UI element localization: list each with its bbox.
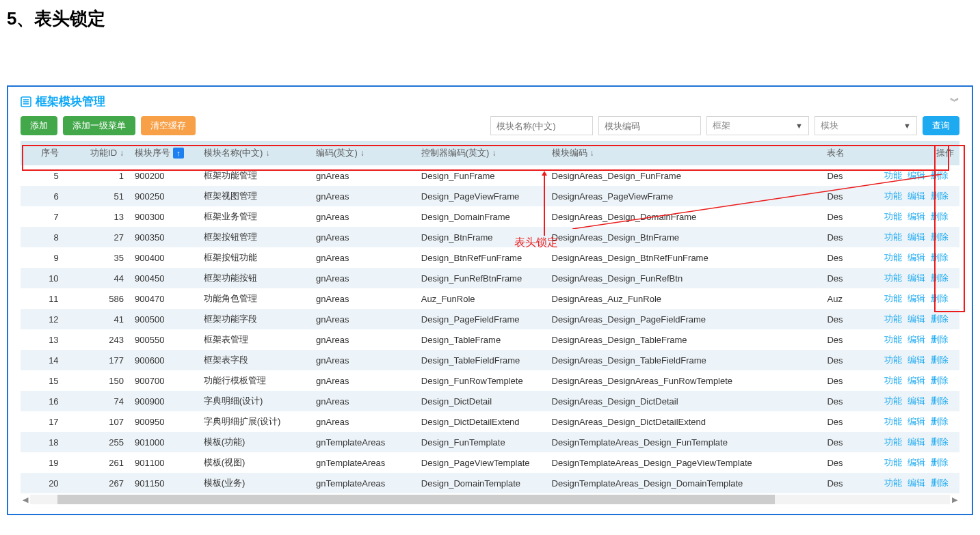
col-modseq[interactable]: 模块序号↑: [129, 141, 198, 165]
horizontal-scrollbar[interactable]: ◀ ▶: [21, 495, 959, 504]
action-delete[interactable]: 删除: [931, 375, 949, 385]
action-func[interactable]: 功能: [884, 273, 902, 283]
toolbar: 添加 添加一级菜单 清空缓存 框架 模块 查询: [21, 116, 959, 135]
cell-ctrl: Design_DomainTemplate: [416, 473, 546, 493]
expand-icon[interactable]: ︾: [950, 96, 959, 108]
action-delete[interactable]: 删除: [931, 478, 949, 488]
cell-funid: 51: [64, 186, 129, 206]
table-row[interactable]: 15150900700功能行模板管理gnAreasDesign_FunRowTe…: [21, 370, 959, 391]
action-func[interactable]: 功能: [884, 232, 902, 242]
cell-funid: 150: [64, 370, 129, 391]
action-edit[interactable]: 编辑: [908, 293, 925, 303]
table-row[interactable]: 18255901000模板(功能)gnTemplateAreasDesign_F…: [21, 432, 959, 452]
cell-ops: 功能编辑删除: [858, 350, 959, 370]
action-edit[interactable]: 编辑: [908, 232, 925, 242]
table-row[interactable]: 1241900500框架功能字段gnAreasDesign_PageFieldF…: [21, 309, 959, 329]
cell-modcode: DesignAreas_Design_DictDetail: [546, 391, 822, 411]
filter-code-input[interactable]: [598, 116, 701, 135]
col-seq[interactable]: 序号: [21, 141, 64, 165]
action-func[interactable]: 功能: [884, 478, 902, 488]
cell-ctrl: Design_TableFieldFrame: [416, 350, 546, 370]
filter-select-module[interactable]: 模块: [815, 116, 917, 135]
table-row[interactable]: 11586900470功能角色管理gnAreasAuz_FunRoleDesig…: [21, 288, 959, 309]
cell-table: Des: [821, 370, 858, 391]
table-row[interactable]: 17107900950字典明细扩展(设计)gnAreasDesign_DictD…: [21, 411, 959, 432]
action-edit[interactable]: 编辑: [908, 437, 925, 447]
action-edit[interactable]: 编辑: [908, 478, 925, 488]
action-edit[interactable]: 编辑: [908, 457, 925, 467]
scroll-right-icon[interactable]: ▶: [950, 495, 959, 504]
table-row[interactable]: 13243900550框架表管理gnAreasDesign_TableFrame…: [21, 329, 959, 350]
col-ops[interactable]: 操作: [858, 141, 959, 165]
cell-encode: gnAreas: [310, 247, 416, 268]
table-row[interactable]: 827900350框架按钮管理gnAreasDesign_BtnFrameDes…: [21, 227, 959, 247]
table-row[interactable]: 935900400框架按钮功能gnAreasDesign_BtnRefFunFr…: [21, 247, 959, 268]
action-func[interactable]: 功能: [884, 396, 902, 406]
action-edit[interactable]: 编辑: [908, 416, 925, 426]
action-func[interactable]: 功能: [884, 314, 902, 324]
col-ctrl[interactable]: 控制器编码(英文)↓: [416, 141, 546, 165]
cell-seq: 18: [21, 432, 64, 452]
cell-encode: gnTemplateAreas: [310, 432, 416, 452]
filter-select-framework[interactable]: 框架: [706, 116, 809, 135]
action-delete[interactable]: 删除: [931, 273, 949, 283]
col-funid[interactable]: 功能ID↓: [64, 141, 129, 165]
action-delete[interactable]: 删除: [931, 293, 949, 303]
action-edit[interactable]: 编辑: [908, 252, 925, 262]
action-edit[interactable]: 编辑: [908, 375, 925, 385]
cell-ops: 功能编辑删除: [858, 370, 959, 391]
action-edit[interactable]: 编辑: [908, 314, 925, 324]
add-menu-button[interactable]: 添加一级菜单: [63, 116, 135, 135]
action-edit[interactable]: 编辑: [908, 355, 925, 365]
action-delete[interactable]: 删除: [931, 416, 949, 426]
cell-table: Des: [821, 247, 858, 268]
action-func[interactable]: 功能: [884, 334, 902, 344]
table-row[interactable]: 1674900900字典明细(设计)gnAreasDesign_DictDeta…: [21, 391, 959, 411]
action-func[interactable]: 功能: [884, 375, 902, 385]
action-func[interactable]: 功能: [884, 416, 902, 426]
action-delete[interactable]: 删除: [931, 314, 949, 324]
cell-ctrl: Design_PageViewFrame: [416, 186, 546, 206]
col-table[interactable]: 表名: [821, 141, 858, 165]
action-delete[interactable]: 删除: [931, 457, 949, 467]
cell-ops: 功能编辑删除: [858, 473, 959, 493]
cell-seq: 5: [21, 165, 64, 186]
scroll-left-icon[interactable]: ◀: [21, 495, 30, 504]
cell-name: 模板(功能): [198, 432, 310, 452]
action-func[interactable]: 功能: [884, 293, 902, 303]
action-delete[interactable]: 删除: [931, 252, 949, 262]
annotation-label: 表头锁定: [514, 236, 558, 250]
cell-ctrl: Design_FunFrame: [416, 165, 546, 186]
scroll-track[interactable]: [30, 495, 950, 504]
cell-modcode: DesignAreas_DesignAreas_FunRowTemplete: [546, 370, 822, 391]
cell-modcode: DesignAreas_Design_BtnRefFunFrame: [546, 247, 822, 268]
table-row[interactable]: 20267901150模板(业务)gnTemplateAreasDesign_D…: [21, 473, 959, 493]
action-delete[interactable]: 删除: [931, 437, 949, 447]
action-func[interactable]: 功能: [884, 252, 902, 262]
action-delete[interactable]: 删除: [931, 396, 949, 406]
scroll-thumb[interactable]: [57, 495, 775, 504]
table-row[interactable]: 1044900450框架功能按钮gnAreasDesign_FunRefBtnF…: [21, 268, 959, 288]
action-func[interactable]: 功能: [884, 355, 902, 365]
col-modcode[interactable]: 模块编码↓: [546, 141, 822, 165]
cell-seq: 20: [21, 473, 64, 493]
table-row[interactable]: 19261901100模板(视图)gnTemplateAreasDesign_P…: [21, 452, 959, 473]
action-func[interactable]: 功能: [884, 457, 902, 467]
action-delete[interactable]: 删除: [931, 355, 949, 365]
action-func[interactable]: 功能: [884, 437, 902, 447]
col-encode[interactable]: 编码(英文)↓: [310, 141, 416, 165]
action-delete[interactable]: 删除: [931, 232, 949, 242]
action-edit[interactable]: 编辑: [908, 273, 925, 283]
clear-cache-button[interactable]: 清空缓存: [141, 116, 196, 135]
action-delete[interactable]: 删除: [931, 334, 949, 344]
filter-name-input[interactable]: [490, 116, 593, 135]
cell-table: Des: [821, 329, 858, 350]
table-row[interactable]: 14177900600框架表字段gnAreasDesign_TableField…: [21, 350, 959, 370]
col-name[interactable]: 模块名称(中文)↓: [198, 141, 310, 165]
cell-modseq: 901000: [129, 432, 198, 452]
add-button[interactable]: 添加: [21, 116, 57, 135]
action-edit[interactable]: 编辑: [908, 334, 925, 344]
action-edit[interactable]: 编辑: [908, 396, 925, 406]
cell-modseq: 900300: [129, 206, 198, 227]
search-button[interactable]: 查询: [923, 116, 959, 135]
